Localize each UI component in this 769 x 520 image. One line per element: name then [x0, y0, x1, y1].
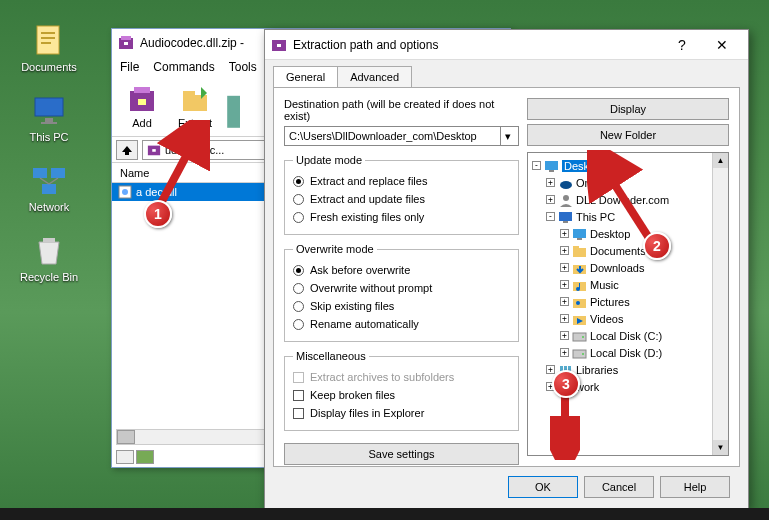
radio-rename[interactable]: Rename automatically — [293, 315, 510, 333]
toolbar-add[interactable]: Add — [116, 81, 168, 134]
menu-tools[interactable]: Tools — [229, 60, 257, 74]
display-button[interactable]: Display — [527, 98, 729, 120]
help-button2[interactable]: Help — [660, 476, 730, 498]
close-button[interactable]: ✕ — [702, 31, 742, 59]
expand-icon[interactable]: - — [532, 161, 541, 170]
tree-item-downloads[interactable]: +Downloads — [560, 259, 724, 276]
toolbar-add-label: Add — [118, 117, 166, 129]
destination-input[interactable]: C:\Users\DllDownloader_com\Desktop ▾ — [284, 126, 519, 146]
dialog-button-row: OK Cancel Help — [508, 476, 730, 498]
svg-rect-21 — [227, 96, 240, 128]
help-button[interactable]: ? — [662, 31, 702, 59]
svg-rect-18 — [138, 99, 146, 105]
update-legend: Update mode — [293, 154, 365, 166]
expand-icon[interactable]: + — [546, 195, 555, 204]
check-keepbroken[interactable]: Keep broken files — [293, 386, 510, 404]
winrar-title-text: Audiocodec.dll.zip - — [140, 36, 244, 50]
dialog-title-text: Extraction path and options — [293, 38, 662, 52]
svg-point-46 — [582, 336, 584, 338]
tree-item-onedri[interactable]: +OneDri — [546, 174, 724, 191]
expand-icon[interactable]: + — [560, 229, 569, 238]
svg-rect-1 — [41, 32, 55, 34]
desktop-icon-label: This PC — [14, 131, 84, 143]
scroll-up-icon[interactable]: ▲ — [713, 153, 728, 168]
folder-icon — [572, 244, 587, 258]
radio-fresh-only[interactable]: Fresh existing files only — [293, 208, 510, 226]
ok-button[interactable]: OK — [508, 476, 578, 498]
extraction-dialog: Extraction path and options ? ✕ General … — [264, 29, 749, 509]
tree-label: Downloads — [590, 262, 644, 274]
tree-scrollbar[interactable]: ▲ ▼ — [712, 153, 728, 455]
tab-advanced[interactable]: Advanced — [337, 66, 412, 87]
expand-icon[interactable]: + — [546, 365, 555, 374]
dest-dropdown-arrow[interactable]: ▾ — [500, 127, 514, 145]
desktop-icon-thispc[interactable]: This PC — [14, 92, 84, 143]
expand-icon[interactable]: + — [560, 331, 569, 340]
save-settings-button[interactable]: Save settings — [284, 443, 519, 465]
menu-commands[interactable]: Commands — [153, 60, 214, 74]
tree-item-documents[interactable]: +Documents — [560, 242, 724, 259]
tab-general[interactable]: General — [273, 66, 338, 87]
expand-icon[interactable]: + — [560, 348, 569, 357]
nav-up-button[interactable] — [116, 140, 138, 160]
tree-label: DLL Dow ader.com — [576, 194, 669, 206]
cancel-button[interactable]: Cancel — [584, 476, 654, 498]
expand-icon[interactable]: + — [560, 314, 569, 323]
radio-extract-replace[interactable]: Extract and replace files — [293, 172, 510, 190]
left-pane: Destination path (will be created if doe… — [284, 98, 519, 456]
toolbar-extractto[interactable]: Extract To — [169, 81, 221, 134]
svg-rect-15 — [124, 42, 128, 45]
desktop-icon-label: Recycle Bin — [14, 271, 84, 283]
toolbar-more[interactable] — [222, 81, 242, 134]
menu-file[interactable]: File — [120, 60, 139, 74]
expand-icon[interactable]: + — [560, 280, 569, 289]
check-icon — [293, 390, 304, 401]
callout-2: 2 — [643, 232, 671, 260]
tree-item-local-disk-d-[interactable]: +Local Disk (D:) — [560, 344, 724, 361]
check-displayexplorer[interactable]: Display files in Explorer — [293, 404, 510, 422]
newfolder-button[interactable]: New Folder — [527, 124, 729, 146]
svg-rect-41 — [579, 283, 580, 289]
desktop-icon-documents[interactable]: Documents — [14, 22, 84, 73]
statusbar — [112, 447, 158, 467]
nav-path-text: udiocodec... — [165, 144, 224, 156]
dialog-titlebar[interactable]: Extraction path and options ? ✕ — [265, 30, 748, 60]
tree-item-local-disk-c-[interactable]: +Local Disk (C:) — [560, 327, 724, 344]
radio-icon — [293, 301, 304, 312]
tree-item-videos[interactable]: +Videos — [560, 310, 724, 327]
svg-rect-20 — [183, 91, 195, 97]
radio-overwrite[interactable]: Overwrite without prompt — [293, 279, 510, 297]
tree-item-desktop[interactable]: +Desktop — [560, 225, 724, 242]
tree-item-dll-dow-ader-com[interactable]: +DLL Dow ader.com — [546, 191, 724, 208]
svg-line-10 — [40, 178, 49, 184]
tree-item-music[interactable]: +Music — [560, 276, 724, 293]
svg-rect-5 — [45, 118, 53, 122]
music-icon — [572, 278, 587, 292]
svg-point-48 — [582, 353, 584, 355]
radio-skip[interactable]: Skip existing files — [293, 297, 510, 315]
svg-rect-7 — [33, 168, 47, 178]
svg-rect-47 — [573, 350, 586, 358]
radio-extract-update[interactable]: Extract and update files — [293, 190, 510, 208]
expand-icon[interactable]: - — [546, 212, 555, 221]
scroll-down-icon[interactable]: ▼ — [713, 440, 728, 455]
tree-label: Music — [590, 279, 619, 291]
tree-label: Pictures — [590, 296, 630, 308]
expand-icon[interactable]: + — [560, 246, 569, 255]
expand-icon[interactable]: + — [546, 178, 555, 187]
desktop-icon-network[interactable]: Network — [14, 162, 84, 213]
desktop-icon-recycle[interactable]: Recycle Bin — [14, 232, 84, 283]
radio-ask[interactable]: Ask before overwrite — [293, 261, 510, 279]
tree-item-this-pc[interactable]: -This PC — [546, 208, 724, 225]
svg-rect-2 — [41, 37, 55, 39]
toolbar-extractto-label: Extract To — [171, 117, 219, 141]
tree-item-pictures[interactable]: +Pictures — [560, 293, 724, 310]
more-icon — [224, 83, 256, 115]
desktop-icon — [544, 159, 559, 173]
folder-tree[interactable]: -Desktop+OneDri+DLL Dow ader.com-This PC… — [527, 152, 729, 456]
documents-icon — [31, 22, 67, 58]
tree-item-desktop[interactable]: -Desktop — [532, 157, 724, 174]
expand-icon[interactable]: + — [560, 297, 569, 306]
taskbar[interactable] — [0, 508, 769, 520]
expand-icon[interactable]: + — [560, 263, 569, 272]
